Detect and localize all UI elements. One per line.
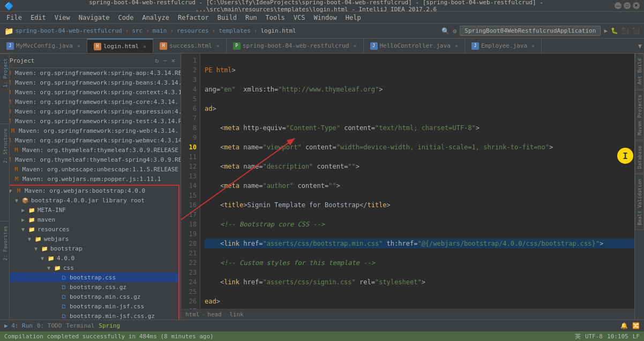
folder-icon: 📁 bbox=[54, 264, 61, 271]
bc-link[interactable]: link bbox=[229, 311, 244, 318]
resources-folder-item[interactable]: ▼ 📁 resources bbox=[2, 224, 178, 234]
tab-success[interactable]: H success.html ✕ bbox=[153, 39, 227, 53]
code-content[interactable]: PE html> ang="en" xmlns:th="http://www.t… bbox=[200, 54, 644, 309]
menu-view[interactable]: View bbox=[50, 13, 74, 22]
vcs-icon[interactable]: 🔀 bbox=[632, 322, 640, 329]
webjars-folder-item[interactable]: ▼ 📁 webjars bbox=[2, 234, 178, 244]
tab-hellocontroller[interactable]: J HelloController.java ✕ bbox=[364, 39, 465, 53]
maven-folder-item[interactable]: ▶ 📁 maven bbox=[2, 215, 178, 224]
list-item[interactable]: ▶ M Maven: org.springframework:spring-ao… bbox=[0, 68, 181, 78]
menu-vcs[interactable]: VCS bbox=[289, 13, 310, 22]
menu-navigate[interactable]: Navigate bbox=[74, 13, 114, 22]
item-label: Maven: org.springframework:spring-contex… bbox=[15, 89, 181, 96]
css-folder-item[interactable]: ▼ 📁 css bbox=[2, 263, 178, 272]
bootstrap-min-jsf-gz-item[interactable]: 🗋 bootstrap.min-jsf.css.gz bbox=[2, 311, 178, 320]
list-item[interactable]: ▶ M Maven: org.springframework:spring-te… bbox=[0, 116, 181, 126]
meta-inf-item[interactable]: ▶ 📁 META-INF bbox=[2, 205, 178, 215]
breadcrumb-src[interactable]: src bbox=[132, 27, 143, 34]
menu-file[interactable]: File bbox=[2, 13, 26, 22]
list-item[interactable]: ▶ M Maven: org.springframework:spring-co… bbox=[0, 97, 181, 107]
breadcrumb-project[interactable]: spring-boot-04-web-restfulcrud bbox=[16, 27, 122, 34]
menu-edit[interactable]: Edit bbox=[26, 13, 50, 22]
version-folder-item[interactable]: ▼ 📁 4.0.0 bbox=[2, 253, 178, 263]
list-item[interactable]: ▶ M Maven: org.springframework:spring-we… bbox=[0, 126, 181, 135]
code-line-4: <meta http-equiv="Content-Type" content=… bbox=[205, 123, 640, 133]
tab-overflow-button[interactable]: ▼ bbox=[636, 39, 644, 53]
code-line-11: <!-- Custom styles for this template --> bbox=[205, 258, 640, 268]
settings-icon[interactable]: ⚙ bbox=[453, 27, 456, 35]
lang-indicator[interactable]: 英 bbox=[575, 332, 581, 340]
collapse-icon[interactable]: − bbox=[162, 56, 168, 65]
tab-close-employee[interactable]: ✕ bbox=[531, 43, 535, 49]
menu-refactor[interactable]: Refactor bbox=[174, 13, 213, 22]
thymeleaf-spring4-item[interactable]: ▶ M Maven: org.thymeleaf:thymeleaf-sprin… bbox=[0, 155, 181, 164]
tab-project[interactable]: P spring-boot-04-web-restfulcrud ✕ bbox=[227, 39, 364, 53]
structure-side-tab[interactable]: 2: Structure bbox=[0, 124, 9, 168]
minimize-button[interactable]: — bbox=[615, 2, 621, 9]
bootstrap-jar-item[interactable]: ▼ 📦 bootstrap-4.0.0.jar library root bbox=[2, 195, 178, 205]
java-file-icon2: J bbox=[370, 42, 378, 50]
spring-button[interactable]: Spring bbox=[99, 322, 120, 329]
stop-icon[interactable]: ⬛ bbox=[621, 27, 629, 34]
css-file-icon: 🗋 bbox=[60, 274, 68, 281]
menu-run[interactable]: Run bbox=[241, 13, 261, 22]
css-file-icon: 🗋 bbox=[60, 312, 68, 320]
breadcrumb-resources[interactable]: resources bbox=[177, 27, 209, 34]
line-numbers: 12345 6789 10 1112131415 1617181920 2122… bbox=[181, 54, 200, 309]
app-icon: 🔷 bbox=[4, 2, 13, 10]
tab-close-hellocontroller[interactable]: ✕ bbox=[455, 43, 458, 49]
menu-code[interactable]: Code bbox=[114, 13, 138, 22]
project-side-tab[interactable]: 1: Project bbox=[0, 54, 9, 92]
bootstrap-maven-item[interactable]: ▼ M Maven: org.webjars:bootstrap:4.0.0 bbox=[2, 186, 178, 195]
spring-boot-badge[interactable]: SpringBoot04WebRestfulcrudApplication bbox=[460, 26, 601, 36]
search-everywhere-icon[interactable]: 🔍 bbox=[441, 27, 450, 35]
list-item[interactable]: ▶ M Maven: org.springframework:spring-ex… bbox=[0, 107, 181, 116]
tab-close-login[interactable]: ✕ bbox=[143, 43, 146, 49]
bootstrap-css-item[interactable]: 🗋 bootstrap.css bbox=[2, 272, 178, 282]
tab-close-mymvcconfig[interactable]: ✕ bbox=[77, 43, 80, 49]
todo-button[interactable]: 0: TODO bbox=[37, 322, 62, 329]
database-tab[interactable]: Database bbox=[635, 141, 644, 173]
menu-window[interactable]: Window bbox=[309, 13, 341, 22]
close-sidebar-icon[interactable]: ✕ bbox=[170, 56, 176, 65]
encoding-indicator[interactable]: UTF-8 bbox=[585, 333, 603, 340]
list-item[interactable]: ▶ M Maven: org.thymeleaf:thymeleaf:3.0.9… bbox=[0, 145, 181, 155]
menu-analyze[interactable]: Analyze bbox=[138, 13, 174, 22]
tab-login[interactable]: H login.html ✕ bbox=[87, 39, 153, 53]
close-button[interactable]: ✕ bbox=[633, 2, 640, 9]
bootstrap-folder-item[interactable]: ▼ 📁 bootstrap bbox=[2, 244, 178, 253]
menu-help[interactable]: Help bbox=[341, 13, 365, 22]
maven-projects-tab[interactable]: Maven Projects bbox=[635, 90, 644, 140]
breadcrumb-main[interactable]: main bbox=[153, 27, 167, 34]
list-item[interactable]: ▶ M Maven: org.springframework:spring-co… bbox=[0, 87, 181, 97]
tab-employee[interactable]: J Employee.java ✕ bbox=[465, 39, 542, 53]
bc-html[interactable]: html bbox=[185, 311, 200, 318]
bc-head[interactable]: head bbox=[207, 311, 222, 318]
ant-build-tab[interactable]: Ant Build bbox=[635, 54, 644, 89]
run-icon[interactable]: ▶ bbox=[604, 27, 608, 34]
menu-build[interactable]: Build bbox=[213, 13, 241, 22]
list-item[interactable]: ▶ M Maven: org.springframework:spring-be… bbox=[0, 78, 181, 87]
item-label: Maven: org.springframework:spring-webmvc… bbox=[15, 137, 181, 144]
tab-mymvcconfig[interactable]: J MyMvcConfig.java ✕ bbox=[0, 39, 87, 53]
menu-tools[interactable]: Tools bbox=[261, 13, 289, 22]
debug-icon[interactable]: 🐛 bbox=[611, 27, 618, 34]
run-tool-button[interactable]: ▶ 4: Run bbox=[4, 322, 33, 329]
tab-close-project[interactable]: ✕ bbox=[353, 43, 356, 49]
maximize-button[interactable]: □ bbox=[624, 2, 631, 9]
list-item[interactable]: ▶ M Maven: org.unbescape:unbescape:1.1.5… bbox=[0, 164, 181, 174]
bootstrap-min-jsf-item[interactable]: 🗋 bootstrap.min-jsf.css bbox=[2, 301, 178, 311]
stop-red-icon[interactable]: ⬛ bbox=[632, 27, 640, 34]
list-item[interactable]: ▶ M Maven: org.webjars.npm:popper.js:1.1… bbox=[0, 174, 181, 184]
sync-icon[interactable]: ↻ bbox=[154, 56, 160, 65]
notifications-icon[interactable]: 🔔 bbox=[620, 322, 628, 329]
terminal-button[interactable]: Terminal bbox=[66, 322, 94, 329]
bootstrap-min-css-gz-item[interactable]: 🗋 bootstrap.min.css.gz bbox=[2, 292, 178, 301]
bean-validation-tab[interactable]: Bealt Validation bbox=[635, 174, 644, 230]
breadcrumb-filename[interactable]: login.html bbox=[260, 27, 296, 34]
list-item[interactable]: ▶ M Maven: org.springframework:spring-we… bbox=[0, 135, 181, 145]
favorites-side-tab[interactable]: 2: Favorites bbox=[0, 221, 9, 265]
bootstrap-css-gz-item[interactable]: 🗋 bootstrap.css.gz bbox=[2, 282, 178, 292]
breadcrumb-templates[interactable]: templates bbox=[219, 27, 251, 34]
tab-close-success[interactable]: ✕ bbox=[216, 43, 220, 49]
